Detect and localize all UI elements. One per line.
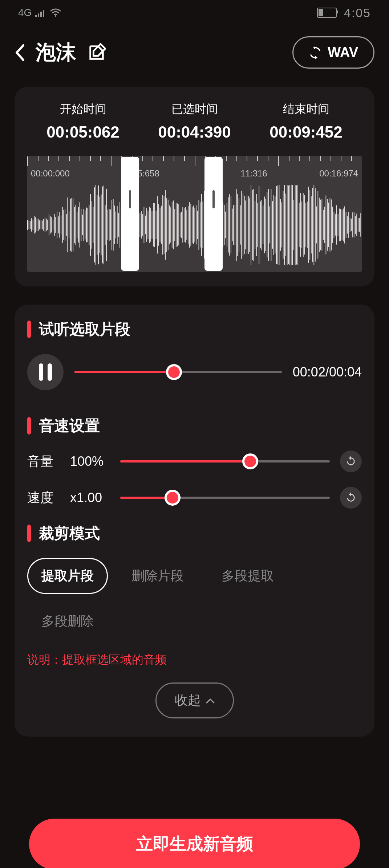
svg-rect-55: [100, 197, 100, 253]
svg-rect-100: [160, 208, 161, 242]
svg-rect-212: [309, 190, 310, 260]
svg-rect-210: [307, 201, 308, 248]
pause-icon: [39, 363, 52, 381]
mode-option[interactable]: 提取片段: [27, 558, 108, 594]
svg-rect-43: [84, 209, 84, 241]
svg-rect-243: [351, 219, 352, 231]
signal-icon: [35, 9, 46, 17]
svg-rect-245: [354, 212, 354, 237]
generate-button[interactable]: 立即生成新音频: [29, 819, 360, 868]
edit-icon[interactable]: [87, 43, 106, 62]
format-button[interactable]: WAV: [292, 36, 374, 69]
page-title: 泡沫: [36, 39, 76, 66]
svg-rect-59: [105, 205, 106, 245]
svg-rect-68: [117, 206, 118, 244]
svg-rect-40: [80, 202, 80, 247]
svg-rect-114: [178, 204, 179, 245]
svg-rect-118: [184, 208, 185, 242]
svg-rect-67: [116, 212, 116, 238]
svg-rect-155: [233, 205, 234, 245]
svg-rect-225: [327, 199, 328, 250]
svg-rect-156: [235, 205, 235, 245]
svg-rect-46: [88, 208, 88, 242]
svg-rect-116: [181, 212, 182, 238]
svg-rect-69: [118, 213, 119, 237]
svg-rect-222: [323, 210, 324, 240]
svg-rect-26: [61, 216, 61, 235]
svg-rect-234: [339, 208, 340, 241]
svg-rect-223: [324, 207, 325, 243]
svg-rect-45: [86, 208, 87, 243]
svg-rect-196: [288, 186, 289, 264]
svg-rect-101: [161, 206, 162, 244]
svg-rect-250: [360, 213, 361, 236]
svg-rect-93: [150, 208, 151, 241]
ruler-tick: 00:00:000: [31, 168, 70, 179]
trim-handle-left[interactable]: [121, 157, 139, 271]
svg-rect-187: [276, 186, 277, 264]
svg-rect-174: [259, 186, 259, 264]
speed-reset-button[interactable]: [340, 487, 362, 509]
svg-rect-193: [284, 185, 285, 265]
svg-rect-158: [237, 194, 238, 256]
svg-rect-48: [90, 194, 91, 256]
svg-rect-15: [46, 219, 47, 231]
svg-rect-21: [54, 214, 55, 236]
svg-rect-209: [305, 203, 306, 247]
svg-rect-20: [53, 220, 53, 230]
svg-rect-228: [331, 199, 332, 250]
svg-rect-122: [189, 202, 190, 248]
svg-rect-177: [263, 205, 263, 244]
volume-reset-button[interactable]: [340, 451, 362, 472]
svg-rect-204: [299, 203, 300, 247]
speed-slider[interactable]: [120, 490, 330, 505]
svg-rect-29: [65, 209, 65, 241]
svg-rect-47: [89, 205, 89, 245]
svg-rect-165: [247, 196, 247, 254]
svg-rect-182: [270, 207, 270, 244]
mode-section-title: 裁剪模式: [27, 523, 362, 543]
svg-rect-35: [73, 198, 73, 251]
trim-handle-right[interactable]: [204, 157, 223, 271]
svg-rect-32: [69, 211, 69, 238]
pause-button[interactable]: [27, 354, 64, 390]
svg-rect-198: [291, 185, 292, 265]
svg-rect-202: [296, 186, 297, 265]
svg-rect-30: [66, 214, 67, 236]
battery-icon: [317, 8, 337, 18]
svg-rect-108: [170, 207, 171, 243]
svg-rect-91: [148, 211, 149, 239]
svg-rect-105: [166, 198, 167, 252]
svg-rect-14: [45, 218, 45, 232]
svg-rect-218: [317, 191, 318, 259]
svg-rect-60: [106, 189, 107, 261]
svg-rect-242: [350, 218, 350, 232]
back-button[interactable]: [15, 44, 25, 61]
svg-rect-104: [165, 190, 166, 260]
svg-rect-194: [285, 193, 286, 256]
svg-rect-58: [104, 186, 104, 264]
preview-progress[interactable]: [74, 365, 282, 379]
waveform-editor[interactable]: 00:00:000 0:05:658 11:316 00:16:974: [27, 156, 362, 272]
svg-rect-157: [236, 189, 237, 261]
mode-option[interactable]: 多段删除: [27, 603, 108, 639]
svg-rect-128: [197, 211, 198, 239]
svg-rect-2: [29, 221, 29, 229]
mode-option[interactable]: 删除片段: [117, 558, 198, 594]
svg-rect-49: [92, 201, 92, 249]
collapse-button[interactable]: 收起: [155, 682, 234, 718]
svg-rect-181: [268, 189, 269, 261]
svg-rect-33: [70, 199, 71, 251]
svg-rect-17: [49, 214, 49, 235]
volume-slider[interactable]: [120, 454, 330, 469]
svg-rect-115: [180, 213, 181, 237]
svg-rect-213: [311, 196, 312, 254]
svg-rect-183: [271, 189, 271, 261]
svg-point-0: [55, 15, 56, 17]
end-time-value: 00:09:452: [250, 123, 362, 141]
mode-option[interactable]: 多段提取: [207, 558, 288, 594]
svg-rect-22: [55, 217, 56, 233]
svg-rect-103: [164, 196, 165, 254]
svg-rect-16: [47, 220, 48, 230]
svg-rect-166: [248, 196, 249, 254]
